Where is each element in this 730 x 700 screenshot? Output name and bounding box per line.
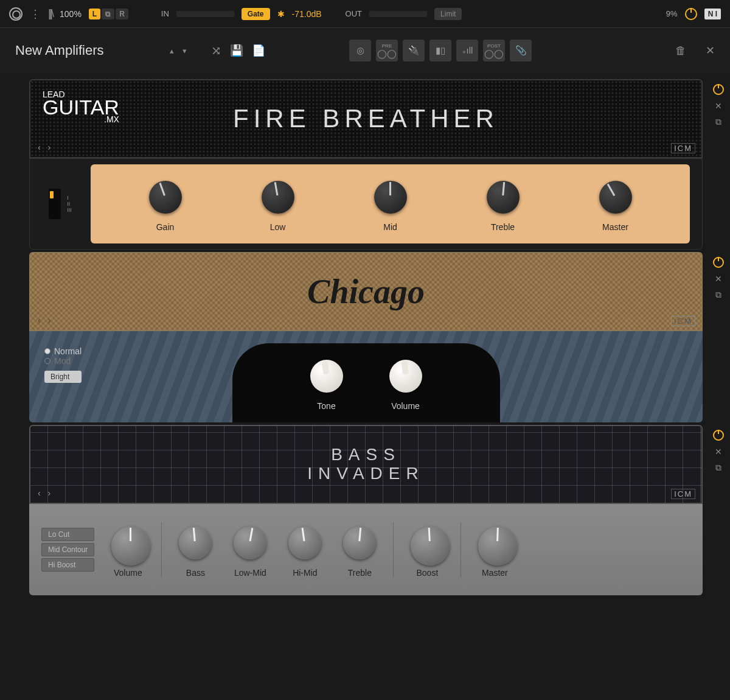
amp-control-panel: Normal Mod Bright Tone Volume	[29, 331, 703, 422]
low-mid-knob[interactable]: Low-Mid	[229, 522, 271, 578]
zoom-percent[interactable]: 100%	[60, 9, 82, 19]
module-side-controls: ✕ ⧉	[710, 257, 727, 300]
mid-contour-button[interactable]: Mid Contour	[41, 543, 94, 556]
tone-knob[interactable]: Tone	[305, 355, 348, 411]
limit-button[interactable]: Limit	[434, 8, 462, 20]
low-knob[interactable]: Low	[257, 176, 299, 232]
separator	[161, 522, 162, 577]
chicago-mode-options: Normal Mod Bright	[44, 346, 82, 383]
shuffle-icon[interactable]: ⤨	[211, 43, 221, 58]
top-toolbar: ⋮ |||\ 100% L ⧉ R IN Gate ✱ -71.0dB OUT …	[0, 0, 730, 27]
amp-title: BASS INVADER	[307, 446, 424, 483]
treble-knob[interactable]: Treble	[482, 176, 524, 232]
preset-name[interactable]: New Amplifiers	[15, 43, 161, 58]
bass-toggle-group: Lo Cut Mid Contour Hi Boost	[41, 528, 94, 572]
output-meter[interactable]	[369, 11, 427, 17]
freeze-icon[interactable]: ✱	[277, 9, 285, 19]
pre-fx-icon[interactable]: PRE◯◯	[376, 40, 398, 61]
amp-header: Chicago ‹ › ICM	[29, 252, 703, 331]
save-as-icon[interactable]: 📄	[252, 44, 265, 57]
library-icon[interactable]: |||\	[48, 7, 52, 20]
module-close-icon[interactable]: ✕	[715, 447, 722, 457]
input-meter[interactable]	[176, 11, 234, 17]
right-channel-button[interactable]: R	[116, 9, 128, 19]
module-link-icon[interactable]: ⧉	[715, 463, 721, 473]
preset-nav-arrows[interactable]: ‹ ›	[38, 488, 53, 498]
cpu-percent: 9%	[666, 9, 678, 18]
app-logo-icon[interactable]	[9, 7, 23, 21]
amp-control-panel: IIIIII Gain Low Mid Treble	[29, 158, 703, 250]
amp-header: LEAD GUITAR .MX FIRE BREATHER ‹ › ICM	[29, 79, 703, 158]
amp-bass-invader: ✕ ⧉ BASS INVADER ‹ › ICM Lo Cut Mid Cont…	[29, 425, 703, 595]
mid-knob[interactable]: Mid	[369, 176, 412, 232]
gate-db-value[interactable]: -71.0dB	[292, 9, 322, 19]
module-side-controls: ✕ ⧉	[710, 84, 727, 127]
icm-badge: ICM	[671, 316, 695, 326]
master-knob[interactable]: Master	[473, 522, 516, 578]
treble-knob[interactable]: Treble	[338, 522, 381, 578]
menu-dots-icon[interactable]: ⋮	[30, 9, 41, 19]
amp-control-panel: Lo Cut Mid Contour Hi Boost Volume Bass …	[29, 504, 703, 595]
module-power-button[interactable]	[713, 84, 724, 95]
save-icon[interactable]: 💾	[230, 44, 243, 57]
gate-button[interactable]: Gate	[242, 8, 270, 20]
volume-knob[interactable]: Volume	[384, 355, 427, 411]
separator	[461, 522, 461, 577]
module-close-icon[interactable]: ✕	[715, 101, 722, 111]
module-side-controls: ✕ ⧉	[710, 430, 727, 473]
global-power-button[interactable]	[685, 8, 697, 20]
left-channel-button[interactable]: L	[89, 9, 100, 19]
amp-header: BASS INVADER ‹ › ICM	[29, 425, 703, 504]
cabinet-icon[interactable]: ▮▯	[429, 40, 451, 61]
module-link-icon[interactable]: ⧉	[715, 117, 721, 127]
amp-title: Chicago	[307, 272, 425, 311]
input-label: IN	[161, 9, 169, 18]
post-fx-icon[interactable]: POST◯◯	[483, 40, 505, 61]
icm-badge: ICM	[671, 143, 695, 153]
output-label: OUT	[346, 9, 362, 18]
separator	[393, 522, 394, 577]
boost-knob[interactable]: Boost	[406, 522, 448, 578]
link-channel-button[interactable]: ⧉	[102, 9, 114, 19]
eq-icon[interactable]: ₊ıll	[456, 40, 478, 61]
gain-knob[interactable]: Gain	[144, 176, 187, 232]
module-close-icon[interactable]: ✕	[715, 274, 722, 284]
lo-cut-button[interactable]: Lo Cut	[41, 528, 94, 541]
signal-chain-tools: ◎ PRE◯◯ 🔌 ▮▯ ₊ıll POST◯◯ 📎	[349, 40, 532, 61]
amp-title: FIRE BREATHER	[233, 104, 499, 133]
volume-knob[interactable]: Volume	[106, 522, 149, 578]
amp-fire-breather: ✕ ⧉ LEAD GUITAR .MX FIRE BREATHER ‹ › IC…	[29, 79, 703, 250]
bright-button[interactable]: Bright	[44, 371, 82, 383]
collapse-icon[interactable]: ✕	[706, 44, 715, 57]
channel-switch[interactable]: IIIIII	[42, 177, 78, 231]
normal-mode-radio[interactable]: Normal	[44, 346, 82, 356]
bass-knob[interactable]: Bass	[174, 522, 217, 578]
stereo-routing: L ⧉ R	[89, 9, 128, 19]
icm-badge: ICM	[671, 489, 695, 499]
delete-icon[interactable]: 🗑	[675, 44, 686, 57]
amp-rack: ✕ ⧉ LEAD GUITAR .MX FIRE BREATHER ‹ › IC…	[0, 73, 730, 604]
hi-boost-button[interactable]: Hi Boost	[41, 558, 94, 572]
preset-nav-arrows[interactable]: ‹ ›	[38, 142, 53, 152]
ni-logo: N I	[704, 9, 721, 19]
watermark-logo: LEAD GUITAR .MX	[43, 91, 119, 124]
preset-nav-arrows[interactable]: ‹ ›	[38, 315, 53, 325]
preset-toolbar: New Amplifiers ▴ ▾ ⤨ 💾 📄 ◎ PRE◯◯ 🔌 ▮▯ ₊ı…	[0, 27, 730, 73]
preset-next-icon[interactable]: ▾	[182, 46, 187, 55]
attachment-icon[interactable]: 📎	[510, 40, 532, 61]
amp-icon[interactable]: 🔌	[403, 40, 425, 61]
module-link-icon[interactable]: ⧉	[715, 290, 721, 300]
hi-mid-knob[interactable]: Hi-Mid	[283, 522, 326, 578]
amp-chicago: ✕ ⧉ Chicago ‹ › ICM Normal Mod Bright To…	[29, 252, 703, 422]
module-power-button[interactable]	[713, 257, 724, 268]
module-power-button[interactable]	[713, 430, 724, 441]
tuner-icon[interactable]: ◎	[349, 40, 371, 61]
preset-prev-icon[interactable]: ▴	[170, 46, 174, 55]
knob-row: Tone Volume	[232, 343, 500, 422]
knob-row: Gain Low Mid Treble Master	[91, 164, 690, 243]
master-knob[interactable]: Master	[594, 176, 637, 232]
mod-mode-radio[interactable]: Mod	[44, 356, 82, 366]
